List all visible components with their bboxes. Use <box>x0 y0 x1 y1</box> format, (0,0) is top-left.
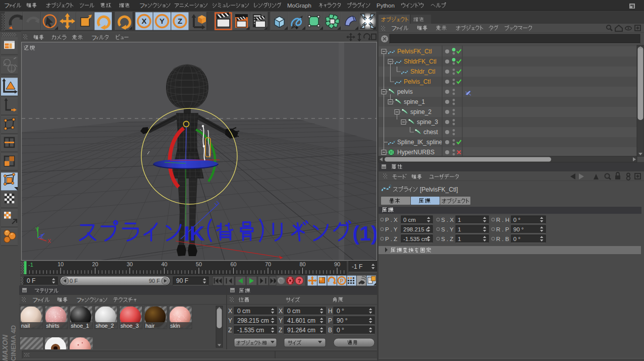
svg-text:X: X <box>141 17 146 25</box>
svg-text:pelvis: pelvis <box>397 88 413 95</box>
svg-text:ShldrFK_Ctl: ShldrFK_Ctl <box>404 58 437 65</box>
svg-text:Z: Z <box>178 17 182 25</box>
svg-text:フ: フ <box>32 297 38 303</box>
svg-text:shoe_2: shoe_2 <box>96 323 114 329</box>
svg-text:Y: Y <box>35 226 39 232</box>
svg-text:91.264 cm: 91.264 cm <box>287 327 315 334</box>
svg-text:S . Z: S . Z <box>441 236 453 242</box>
svg-text:MAXON: MAXON <box>1 334 9 361</box>
svg-text:chest: chest <box>423 129 438 136</box>
svg-text:90 °: 90 ° <box>337 317 348 324</box>
svg-text:80: 80 <box>299 261 305 267</box>
svg-text:50: 50 <box>196 261 202 267</box>
svg-text:P . Z: P . Z <box>385 236 397 242</box>
svg-text:MoGraph: MoGraph <box>287 3 311 9</box>
svg-text:41.601 cm: 41.601 cm <box>287 317 315 324</box>
svg-text:Pelvis_Ctl: Pelvis_Ctl <box>404 78 431 85</box>
svg-text:[PelvisFK_Ctl]: [PelvisFK_Ctl] <box>420 186 458 193</box>
svg-text:フ: フ <box>139 3 145 9</box>
svg-text:60: 60 <box>230 261 236 267</box>
svg-text:30: 30 <box>127 261 133 267</box>
svg-text:X: X <box>228 308 232 315</box>
svg-text:R . P: R . P <box>496 226 509 232</box>
svg-text:X: X <box>47 238 51 244</box>
svg-text:shoe_1: shoe_1 <box>71 323 89 329</box>
svg-text:skin: skin <box>170 323 180 329</box>
svg-text:-1 F: -1 F <box>352 263 362 270</box>
svg-text:hair: hair <box>145 323 155 329</box>
svg-text:R . B: R . B <box>496 236 509 242</box>
svg-text:90 F: 90 F <box>176 277 188 284</box>
svg-text:H: H <box>328 308 333 315</box>
svg-text:shirts: shirts <box>46 323 60 329</box>
svg-text:spine_1: spine_1 <box>404 98 425 105</box>
svg-text:Y: Y <box>159 17 165 25</box>
svg-text:フ: フ <box>91 35 97 41</box>
svg-text:IK: IK <box>184 222 205 245</box>
svg-text:spine_3: spine_3 <box>417 118 438 126</box>
svg-text:0 cm: 0 cm <box>237 308 250 315</box>
svg-text:Z: Z <box>228 327 232 334</box>
svg-text:90 F: 90 F <box>149 278 160 284</box>
svg-text:nail: nail <box>21 323 30 329</box>
svg-text:40: 40 <box>161 261 167 267</box>
svg-text:0 F: 0 F <box>27 277 35 284</box>
svg-text:0 °: 0 ° <box>513 236 520 242</box>
svg-text:0 F: 0 F <box>70 278 78 284</box>
svg-text:P . Y: P . Y <box>385 226 398 232</box>
svg-text:Shldr_Ctl: Shldr_Ctl <box>410 68 435 75</box>
svg-text:HyperNURBS: HyperNURBS <box>397 149 435 156</box>
svg-text:フ: フ <box>391 25 397 31</box>
svg-text:1: 1 <box>458 236 461 242</box>
svg-text:10: 10 <box>58 261 64 267</box>
svg-text:1: 1 <box>458 217 461 223</box>
svg-text:spine_2: spine_2 <box>410 108 432 115</box>
svg-text:-1: -1 <box>28 262 33 268</box>
svg-text:0 cm: 0 cm <box>403 217 416 223</box>
svg-text:フ: フ <box>76 297 82 303</box>
svg-text:90: 90 <box>334 261 340 267</box>
svg-text:Spline_IK_spline: Spline_IK_spline <box>397 139 443 146</box>
svg-text:Y: Y <box>228 317 232 324</box>
svg-text:Z: Z <box>279 327 282 334</box>
svg-text:フ: フ <box>4 3 10 9</box>
svg-text:Z: Z <box>40 233 44 239</box>
svg-text:0 °: 0 ° <box>337 308 344 315</box>
svg-text:X: X <box>279 308 283 315</box>
svg-text:PelvisFK_Ctl: PelvisFK_Ctl <box>397 48 432 55</box>
svg-text:0 °: 0 ° <box>337 327 344 334</box>
svg-text:P: P <box>328 317 332 324</box>
svg-text:R . H: R . H <box>496 217 509 223</box>
svg-text:90 °: 90 ° <box>513 226 524 232</box>
svg-text:B: B <box>328 327 332 334</box>
svg-text:0 °: 0 ° <box>513 217 520 223</box>
svg-text:S . X: S . X <box>441 217 454 223</box>
svg-text:(1): (1) <box>353 222 378 245</box>
svg-text:Y: Y <box>279 317 283 324</box>
svg-text:CINEMA 4D: CINEMA 4D <box>10 325 17 361</box>
svg-text:Python: Python <box>377 3 395 9</box>
svg-text:P: P <box>340 278 344 284</box>
svg-text:-1.535 cm: -1.535 cm <box>403 236 429 242</box>
svg-text:1: 1 <box>458 226 461 232</box>
svg-text:298.215 c: 298.215 c <box>403 226 429 232</box>
svg-text:shoe_3: shoe_3 <box>121 323 139 329</box>
svg-text:-1.535 cm: -1.535 cm <box>237 327 264 334</box>
svg-text:?: ? <box>298 278 301 284</box>
svg-text:0 cm: 0 cm <box>287 308 300 315</box>
svg-text:20: 20 <box>92 261 98 267</box>
svg-text:P . X: P . X <box>385 217 398 223</box>
svg-text:70: 70 <box>265 261 271 267</box>
svg-text:298.215 cm: 298.215 cm <box>237 317 269 324</box>
svg-text:S . Y: S . Y <box>441 226 454 232</box>
